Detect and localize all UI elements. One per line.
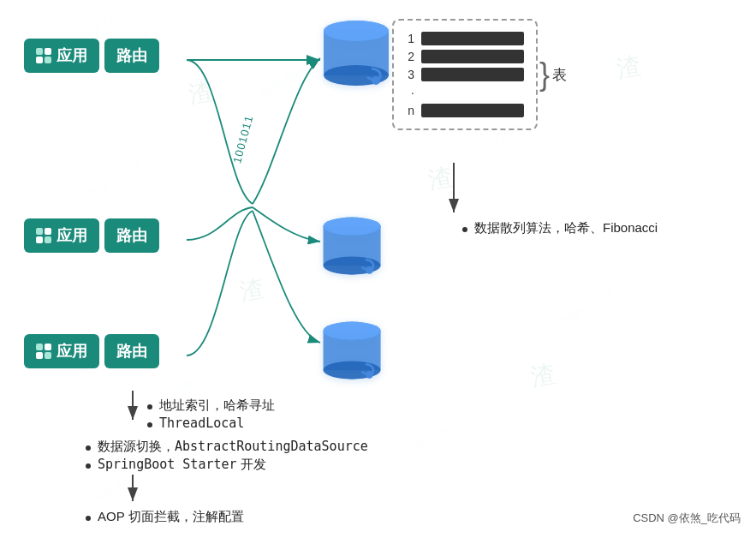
bullet-dot-sb — [86, 463, 91, 469]
table-text: 表 — [552, 64, 567, 84]
right-bullet-item: 数据散列算法，哈希、Fibonacci — [462, 220, 658, 236]
brace-icon: } — [539, 63, 550, 87]
app-icon-1 — [36, 48, 51, 63]
bullet-dot-aop — [86, 516, 91, 521]
app-label-1: 应用 — [24, 39, 99, 73]
row-bar-n — [421, 104, 524, 117]
app-box-3: 应用 路由 — [24, 334, 159, 368]
right-bullet-text: 数据散列算法，哈希、Fibonacci — [474, 220, 658, 236]
route-label-2: 路由 — [104, 218, 159, 253]
binary-label: 1001011 — [230, 114, 255, 165]
database-3 — [320, 317, 384, 389]
bottom-text-group-2: 数据源切换，AbstractRoutingDataSource SpringBo… — [86, 437, 368, 475]
table-row-dots: · — [402, 86, 524, 99]
bullet-aop: AOP 切面拦截，注解配置 — [86, 509, 244, 525]
route-label-3: 路由 — [104, 334, 159, 368]
svg-point-21 — [366, 371, 373, 379]
bullet-threadlocal: ThreadLocal — [147, 415, 275, 431]
bullet-dot-addr — [147, 404, 152, 409]
app-label-2: 应用 — [24, 218, 99, 253]
bullet-dot-hash — [462, 227, 467, 232]
csdn-badge: CSDN @依煞_吃代码 — [633, 511, 741, 526]
table-row-n: n — [402, 104, 524, 117]
table-box: 1 2 3 · n } 表 — [392, 19, 538, 130]
row-bar-2 — [421, 50, 524, 63]
right-bullet-group: 数据散列算法，哈希、Fibonacci — [462, 218, 658, 238]
bottom-text-group-3: AOP 切面拦截，注解配置 — [86, 507, 244, 527]
app-box-2: 应用 路由 — [24, 218, 159, 253]
app-label-3: 应用 — [24, 334, 99, 368]
table-row-1: 1 — [402, 32, 524, 45]
table-label-group: } 表 — [539, 63, 567, 87]
bullet-address-index: 地址索引，哈希寻址 — [147, 398, 275, 414]
row-bar-3 — [421, 68, 524, 81]
svg-point-11 — [372, 76, 380, 85]
bullet-springboot: SpringBoot Starter 开发 — [86, 457, 368, 473]
table-row-3: 3 — [402, 68, 524, 81]
row-bar-1 — [421, 32, 524, 45]
bullet-dot-thread — [147, 422, 152, 427]
database-2 — [320, 212, 384, 284]
database-1 — [320, 15, 393, 96]
route-label-1: 路由 — [104, 39, 159, 73]
app-icon-2 — [36, 228, 51, 243]
svg-point-15 — [324, 218, 381, 236]
svg-point-16 — [366, 266, 373, 274]
bullet-dot-ds — [86, 445, 91, 451]
svg-point-10 — [324, 21, 389, 41]
app-box-1: 应用 路由 — [24, 39, 159, 73]
bottom-text-group-1: 地址索引，哈希寻址 ThreadLocal — [147, 396, 275, 433]
diagram-container: bugstack.cn bugstack.cn bugstack.cn bugs… — [0, 0, 756, 538]
bullet-datasource: 数据源切换，AbstractRoutingDataSource — [86, 439, 368, 455]
table-row-2: 2 — [402, 50, 524, 63]
app-icon-3 — [36, 344, 51, 359]
svg-point-20 — [324, 322, 381, 340]
